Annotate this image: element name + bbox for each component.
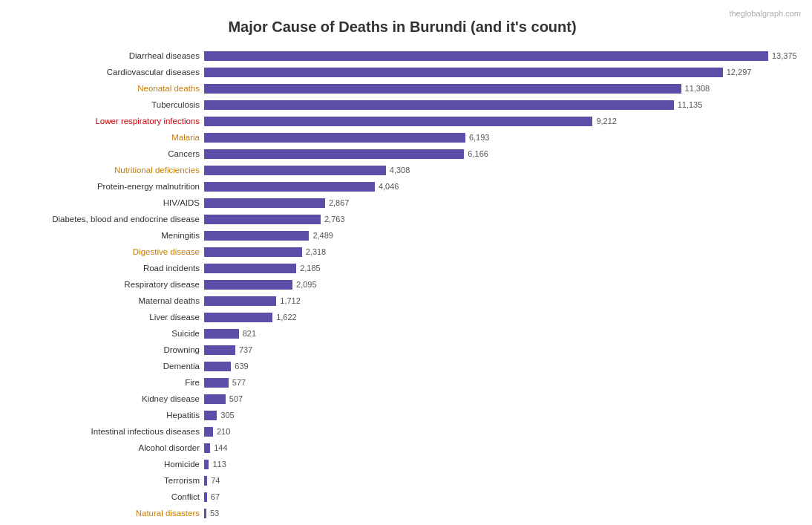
bar-row: Suicide821 (7, 327, 805, 340)
bar-label: Hepatitis (7, 411, 204, 420)
bar-label: Lower respiratory infections (7, 117, 204, 125)
bar-value-label: 53 (210, 509, 219, 518)
bar-fill (204, 362, 231, 371)
bar-row: Tuberculosis11,135 (7, 98, 805, 111)
bar-fill (204, 247, 302, 257)
bar-wrapper: 2,318 (204, 247, 805, 257)
bar-label: Meningitis (7, 231, 204, 240)
bar-label: Suicide (7, 329, 204, 338)
bar-fill (204, 231, 309, 241)
bar-wrapper: 737 (204, 345, 805, 355)
bar-row: Fire577 (7, 376, 805, 389)
bar-value-label: 144 (214, 443, 227, 452)
bar-wrapper: 4,046 (204, 182, 805, 192)
bar-fill (204, 509, 206, 518)
bar-row: Neonatal deaths11,308 (7, 82, 805, 95)
bar-label: Digestive disease (7, 247, 204, 256)
bar-row: Lower respiratory infections9,212 (7, 114, 805, 128)
bar-wrapper: 2,095 (204, 280, 805, 290)
bar-label: Nutritional deficiencies (7, 166, 204, 175)
bar-wrapper: 12,297 (204, 68, 805, 77)
bar-label: Protein-energy malnutrition (7, 182, 204, 191)
bar-value-label: 577 (232, 378, 246, 387)
bar-row: Diabetes, blood and endocrine disease2,7… (7, 212, 805, 226)
bar-wrapper: 53 (204, 509, 805, 518)
bar-value-label: 2,867 (329, 198, 350, 207)
bar-value-label: 210 (217, 427, 230, 436)
bar-fill (204, 394, 226, 404)
bar-wrapper: 2,489 (204, 231, 805, 241)
bar-fill (204, 133, 465, 143)
bar-label: Drowning (7, 345, 204, 354)
bar-wrapper: 2,867 (204, 198, 805, 208)
bar-value-label: 9,212 (596, 117, 617, 125)
bar-wrapper: 507 (204, 394, 805, 404)
bar-fill (204, 280, 292, 290)
bar-row: Digestive disease2,318 (7, 245, 805, 258)
bar-label: Natural disasters (7, 509, 204, 518)
bar-fill (204, 443, 210, 453)
bar-fill (204, 296, 276, 306)
bar-row: Nutritional deficiencies4,308 (7, 163, 805, 177)
bar-label: Homicide (7, 460, 204, 469)
bar-fill (204, 476, 207, 486)
bar-fill (204, 378, 229, 388)
bar-fill (204, 329, 239, 339)
bar-row: Liver disease1,622 (7, 310, 805, 324)
bar-row: Protein-energy malnutrition4,046 (7, 180, 805, 193)
bar-row: HIV/AIDS2,867 (7, 196, 805, 209)
bar-label: Road incidents (7, 264, 204, 273)
bar-row: Intestinal infectious diseases210 (7, 425, 805, 438)
bar-wrapper: 6,166 (204, 149, 805, 159)
bar-value-label: 67 (211, 492, 220, 501)
bar-fill (204, 149, 464, 159)
bar-label: Intestinal infectious diseases (7, 427, 204, 436)
bar-fill (204, 215, 321, 224)
bar-value-label: 2,489 (312, 231, 333, 240)
bar-fill (204, 166, 386, 175)
bar-label: Tuberculosis (7, 100, 204, 109)
bar-label: Alcohol disorder (7, 443, 204, 452)
bar-value-label: 2,763 (324, 215, 345, 224)
bar-wrapper: 74 (204, 476, 805, 486)
bar-value-label: 507 (229, 394, 243, 403)
bar-fill (204, 117, 592, 126)
bar-fill (204, 68, 723, 77)
bar-label: Conflict (7, 492, 204, 501)
bar-label: Dementia (7, 362, 204, 371)
bar-row: Natural disasters53 (7, 506, 805, 520)
bar-wrapper: 1,712 (204, 296, 805, 306)
bar-fill (204, 313, 272, 322)
bar-row: Hepatitis305 (7, 408, 805, 422)
bar-row: Drowning737 (7, 343, 805, 356)
bar-value-label: 12,297 (727, 68, 752, 76)
bar-row: Road incidents2,185 (7, 261, 805, 275)
bar-label: Terrorism (7, 476, 204, 485)
bar-value-label: 6,166 (468, 149, 488, 158)
bar-wrapper: 305 (204, 411, 805, 420)
bar-wrapper: 821 (204, 329, 805, 339)
bar-label: Neonatal deaths (7, 84, 204, 93)
bar-value-label: 1,622 (276, 313, 297, 322)
bar-fill (204, 492, 207, 502)
bar-wrapper: 577 (204, 378, 805, 388)
bar-row: Kidney disease507 (7, 392, 805, 405)
chart-container: theglobalgraph.com Major Cause of Deaths… (0, 0, 812, 525)
bar-row: Cardiovascular diseases12,297 (7, 65, 805, 79)
bar-wrapper: 4,308 (204, 166, 805, 175)
bar-value-label: 11,135 (678, 100, 703, 109)
bar-wrapper: 2,763 (204, 215, 805, 224)
bar-label: Respiratory disease (7, 280, 204, 289)
bar-label: Maternal deaths (7, 296, 204, 305)
bar-row: Terrorism74 (7, 474, 805, 487)
bar-wrapper: 144 (204, 443, 805, 453)
bar-value-label: 6,193 (469, 133, 490, 142)
bar-value-label: 2,095 (296, 280, 317, 289)
bar-fill (204, 427, 213, 437)
bar-wrapper: 1,622 (204, 313, 805, 322)
bar-wrapper: 9,212 (204, 117, 805, 126)
bar-row: Malaria6,193 (7, 131, 805, 144)
bar-label: Fire (7, 378, 204, 387)
bar-value-label: 4,046 (379, 182, 399, 191)
bar-wrapper: 67 (204, 492, 805, 502)
